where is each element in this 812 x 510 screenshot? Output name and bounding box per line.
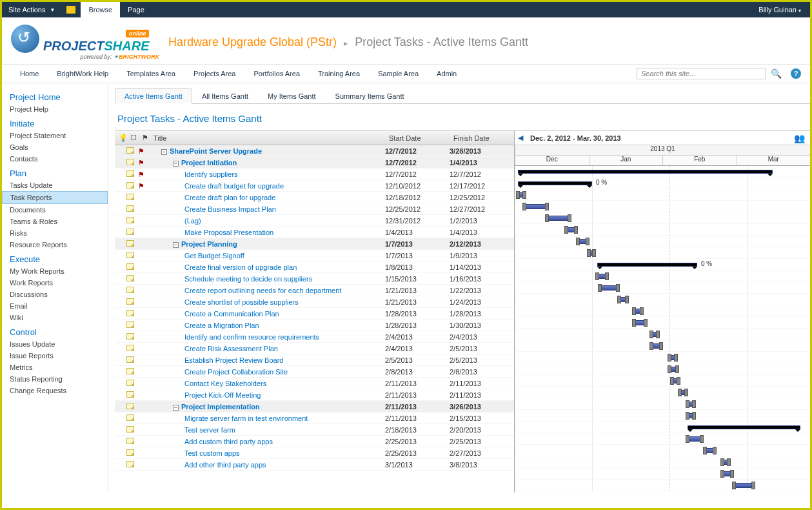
- task-title[interactable]: Test server farm: [184, 426, 235, 434]
- task-title[interactable]: Create Risk Assessment Plan: [184, 345, 278, 352]
- topnav-portfolios-area[interactable]: Portfolios Area: [244, 66, 309, 81]
- col-flag[interactable]: ⚑: [138, 132, 150, 144]
- task-title[interactable]: Contact Key Stakeholders: [184, 380, 266, 387]
- task-title[interactable]: Create final version of upgrade plan: [184, 263, 297, 271]
- sidebar-head-control[interactable]: Control: [2, 323, 108, 338]
- bar-handle-left[interactable]: [516, 191, 520, 199]
- collapse-icon[interactable]: −: [173, 242, 179, 248]
- task-title[interactable]: Project Implementation: [181, 403, 260, 411]
- task-title[interactable]: Make Proposal Presentation: [184, 229, 273, 236]
- gantt-bar[interactable]: [669, 355, 676, 360]
- navigate-up-icon[interactable]: [66, 6, 75, 14]
- gantt-bar[interactable]: [589, 250, 594, 256]
- sidebar-item-project-help[interactable]: Project Help: [2, 103, 108, 115]
- bar-handle-left[interactable]: [632, 319, 636, 327]
- gantt-bar[interactable]: [566, 227, 576, 232]
- task-title[interactable]: Project Initiation: [181, 159, 237, 167]
- task-row[interactable]: −SharePoint Server Upgrade12/7/20123/28/…: [115, 145, 514, 157]
- task-row[interactable]: Identify and confirm resource requiremen…: [115, 331, 514, 343]
- sidebar-item-my-work-reports[interactable]: My Work Reports: [2, 265, 108, 277]
- bar-handle-left[interactable]: [587, 249, 591, 257]
- sidebar-item-email[interactable]: Email: [2, 300, 108, 312]
- bar-handle-left[interactable]: [649, 342, 653, 350]
- bar-handle-right[interactable]: [616, 284, 620, 292]
- bar-handle-right[interactable]: [644, 319, 648, 327]
- gantt-bar[interactable]: [680, 390, 686, 395]
- bar-handle-right[interactable]: [592, 249, 596, 257]
- site-actions-menu[interactable]: Site Actions▼: [2, 3, 61, 16]
- bar-handle-left[interactable]: [732, 482, 736, 489]
- collapse-icon[interactable]: −: [161, 149, 167, 155]
- gantt-bar[interactable]: [600, 285, 618, 291]
- bar-handle-right[interactable]: [586, 238, 589, 245]
- task-row[interactable]: Get Budget Signoff1/7/20131/9/2013: [115, 250, 514, 261]
- collapse-icon[interactable]: −: [173, 161, 179, 167]
- sidebar-item-task-reports[interactable]: Task Reports: [2, 191, 108, 204]
- task-row[interactable]: Create shortlist of possible suppliers1/…: [115, 296, 514, 308]
- task-title[interactable]: Migrate server farm in test environment: [184, 414, 308, 422]
- user-menu[interactable]: Billy Guinan▾: [749, 3, 810, 16]
- gantt-bar[interactable]: [651, 332, 658, 337]
- task-title[interactable]: Identify and confirm resource requiremen…: [184, 333, 319, 341]
- collapse-icon[interactable]: −: [173, 405, 179, 411]
- bar-handle-left[interactable]: [670, 377, 674, 385]
- col-finish-header[interactable]: Finish Date: [450, 132, 514, 144]
- task-row[interactable]: Add custom third party apps2/25/20132/25…: [115, 436, 514, 447]
- task-title[interactable]: Create Project Collaboration Site: [184, 368, 288, 376]
- sidebar-item-contacts[interactable]: Contacts: [2, 153, 108, 165]
- task-row[interactable]: Test server farm2/18/20132/20/2013: [115, 424, 514, 436]
- gantt-bar[interactable]: [634, 320, 646, 325]
- task-title[interactable]: Establish Project Review Board: [184, 356, 283, 364]
- task-title[interactable]: Create report outlining needs for each d…: [184, 287, 341, 294]
- bar-handle-right[interactable]: [700, 435, 704, 443]
- task-title[interactable]: Project Planning: [181, 240, 237, 248]
- task-row[interactable]: Identify suppliers12/7/201212/7/2012: [115, 168, 514, 180]
- topnav-brightwork-help[interactable]: BrightWork Help: [48, 66, 117, 81]
- topnav-templates-area[interactable]: Templates Area: [117, 66, 184, 81]
- help-icon[interactable]: ?: [791, 68, 801, 79]
- bar-handle-left[interactable]: [632, 307, 636, 315]
- task-row[interactable]: Create Project Collaboration Site2/8/201…: [115, 366, 514, 378]
- bar-handle-left[interactable]: [576, 238, 580, 245]
- task-row[interactable]: Migrate server farm in test environment2…: [115, 413, 514, 424]
- topnav-home[interactable]: Home: [11, 66, 48, 81]
- task-title[interactable]: Create shortlist of possible suppliers: [184, 298, 299, 306]
- task-row[interactable]: Test custom apps2/25/20132/27/2013: [115, 447, 514, 459]
- gantt-bar[interactable]: [578, 239, 588, 244]
- gantt-bar[interactable]: [518, 170, 773, 174]
- sidebar-item-issues-update[interactable]: Issues Update: [2, 338, 108, 350]
- tab-browse[interactable]: Browse: [81, 2, 120, 17]
- task-title[interactable]: Schedule meeting to decide on suppliers: [184, 275, 312, 283]
- gantt-bar[interactable]: [547, 216, 569, 221]
- bar-handle-right[interactable]: [751, 482, 755, 489]
- sidebar-head-initiate[interactable]: Initiate: [2, 115, 108, 130]
- sidebar-item-status-reporting[interactable]: Status Reporting: [2, 373, 108, 385]
- sidebar-item-goals[interactable]: Goals: [2, 141, 108, 153]
- col-checkbox[interactable]: ☐: [126, 132, 138, 144]
- task-row[interactable]: Create Business Impact Plan12/25/201212/…: [115, 203, 514, 215]
- view-tab-3[interactable]: Summary Items Gantt: [326, 88, 414, 103]
- bar-handle-right[interactable]: [730, 470, 734, 478]
- topnav-projects-area[interactable]: Projects Area: [184, 66, 244, 81]
- view-tab-1[interactable]: All Items Gantt: [192, 88, 258, 103]
- sidebar-item-work-reports[interactable]: Work Reports: [2, 277, 108, 289]
- gantt-prev-button[interactable]: ◀: [515, 134, 526, 142]
- gantt-bar[interactable]: [518, 192, 524, 198]
- task-row[interactable]: (Lag)12/31/20121/2/2013: [115, 215, 514, 227]
- bar-handle-left[interactable]: [545, 214, 549, 222]
- gantt-bar[interactable]: [688, 425, 800, 429]
- gantt-bar[interactable]: [651, 343, 661, 349]
- bar-handle-left[interactable]: [720, 470, 724, 478]
- task-title[interactable]: Create a Migration Plan: [184, 321, 259, 329]
- gantt-bar[interactable]: [597, 274, 607, 279]
- task-title[interactable]: Identify suppliers: [184, 170, 238, 178]
- sidebar-item-project-statement[interactable]: Project Statement: [2, 130, 108, 141]
- bar-handle-right[interactable]: [692, 412, 696, 420]
- task-row[interactable]: Create a Migration Plan1/28/20131/30/201…: [115, 320, 514, 331]
- task-row[interactable]: Establish Project Review Board2/5/20132/…: [115, 354, 514, 366]
- bar-handle-right[interactable]: [692, 400, 696, 408]
- sidebar-item-risks[interactable]: Risks: [2, 227, 108, 239]
- breadcrumb-main[interactable]: Hardware Upgrade Global (PStr): [168, 36, 337, 48]
- topnav-training-area[interactable]: Training Area: [309, 66, 369, 81]
- task-row[interactable]: Contact Key Stakeholders2/11/20132/11/20…: [115, 378, 514, 389]
